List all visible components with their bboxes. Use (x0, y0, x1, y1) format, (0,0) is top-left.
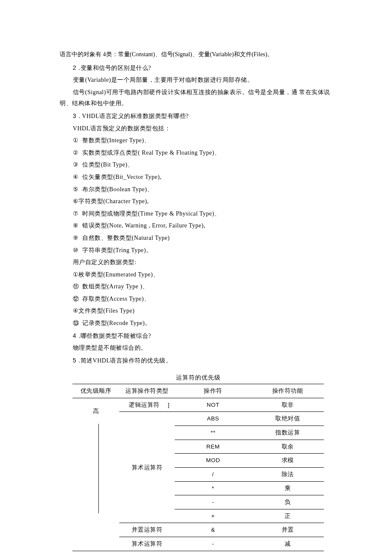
q3-question: 3 . VHDL语言定义的标准数据类型有哪些? (60, 110, 337, 122)
q3-item-7: ⑦时间类型或物理类型(Time Type & Physical Type)、 (60, 208, 337, 220)
q3-userdef-4: ④文件类型(Files Type) (60, 305, 337, 317)
q3-item-1: ①整数类型(Integer Type)、 (60, 135, 337, 147)
q3-item-6-num: ⑥ (73, 196, 79, 207)
q3-userdef-1: ①枚举类型(Enumerated Type)、 (60, 269, 337, 281)
table-title: 运算符的优先级 (60, 372, 337, 384)
fn-cell: 正 (251, 509, 324, 523)
q2-answer-1: 变量(Variable)是一个局部量，主要用于对临时数据进行局部存储。 (60, 75, 337, 86)
q3-item-2-num: ② (73, 147, 82, 159)
kind-cell: 算术运算符 (119, 412, 175, 523)
q3-userdef-4-num: ④ (73, 305, 79, 317)
q3-item-10: ⑩字符串类型(Tring Type)。 (60, 245, 337, 256)
op-cell: - (175, 495, 251, 509)
q3-item-1-num: ① (73, 135, 82, 147)
op-cell: ** (175, 426, 251, 440)
q3-num: 3 (73, 112, 77, 119)
q3-item-10-text: 字符串类型(Tring Type)。 (82, 247, 152, 253)
table-header-row: 优先级顺序 运算操作符类型 操作符 操作符功能 (72, 384, 324, 398)
op-cell: - (175, 537, 251, 551)
q3-userdef-3-text: 存取类型(Access Type)、 (82, 296, 150, 302)
q3-text: . VHDL语言定义的标准数据类型有哪些? (77, 113, 189, 119)
q3-item-3-num: ③ (73, 159, 82, 171)
q2-num: 2 (73, 64, 77, 71)
kind-cell: 并置运算符 (119, 523, 175, 537)
q3-userdef-1-num: ① (73, 269, 79, 281)
q3-item-4-num: ④ (73, 172, 82, 183)
q5-question: 5 .简述VHDL语言操作符的优先级。 (60, 355, 337, 367)
q3-item-6-text: 字符类型(Character Type), (78, 198, 149, 204)
fn-cell: 除法 (251, 467, 324, 481)
fn-cell: 并置 (251, 523, 324, 537)
q3-userdef-1-text: 枚举类型(Enumerated Type)、 (78, 271, 159, 278)
th-priority: 优先级顺序 (72, 384, 119, 398)
q2-question: 2 .变量和信号的区别是什么? (60, 62, 337, 74)
q3-item-1-text: 整数类型(Integer Type)、 (82, 137, 150, 144)
fn-cell: 取余 (251, 440, 324, 454)
kind-cell: 算术运算符 (119, 537, 175, 551)
fn-cell: 指数运算 (251, 426, 324, 440)
q3-item-9-num: ⑨ (73, 233, 82, 244)
bracket-icon: ] (168, 400, 172, 411)
q3-userdef-2-num: ⑪ (73, 281, 82, 293)
operator-precedence-table: 优先级顺序 运算操作符类型 操作符 操作符功能 高 逻辑运算符] NOT 取非 … (72, 384, 324, 551)
q3-item-3: ③位类型(Bit Type)、 (60, 159, 337, 171)
q3-userdef-3: ⑫存取类型(Access Type)、 (60, 293, 337, 305)
op-cell: MOD (175, 454, 251, 468)
q3-userdef-5: ⑬记录类型(Recode Type)。 (60, 318, 337, 329)
fn-cell: 减 (251, 537, 324, 551)
q3-item-4: ④位矢量类型(Bit_Vector Type), (60, 172, 337, 183)
op-cell: REM (175, 440, 251, 454)
q3-userdef-3-num: ⑫ (73, 293, 82, 305)
q2-answer-2: 信号(Signal)可用于电路内部硬件设计实体相互连接的抽象表示。信号是全局量，… (60, 87, 337, 109)
fn-cell: 负 (251, 495, 324, 509)
q3-userdef-2-text: 数组类型(Array Type )、 (82, 283, 149, 290)
q4-question: 4 .哪些数据类型不能被综合? (60, 330, 337, 342)
th-fn: 操作符功能 (251, 384, 324, 398)
table-row: 高 逻辑运算符] NOT 取非 (72, 398, 324, 412)
fn-cell: 取非 (251, 398, 324, 412)
q3-item-4-text: 位矢量类型(Bit_Vector Type), (82, 174, 161, 180)
priority-order-cell: 高 (72, 398, 119, 551)
q3-item-3-text: 位类型(Bit Type)、 (82, 161, 133, 168)
th-kind: 运算操作符类型 (119, 384, 175, 398)
q4-answer: 物理类型是不能被综合的。 (60, 342, 337, 354)
op-cell: ABS (175, 412, 251, 426)
q3-item-2-text: 实数类型或浮点类型( Real Type & Floating Type)、 (82, 150, 220, 156)
q3-userdef-2: ⑪数组类型(Array Type )、 (60, 281, 337, 293)
kind-label: 逻辑运算符 (129, 402, 160, 408)
op-cell: * (175, 481, 251, 495)
op-cell: / (175, 467, 251, 481)
operator-precedence-table-wrap: 优先级顺序 运算操作符类型 操作符 操作符功能 高 逻辑运算符] NOT 取非 … (60, 384, 337, 551)
priority-high-label: 高 (72, 406, 119, 417)
q3-userdef-4-text: 文件类型(Files Type) (78, 308, 135, 314)
q3-item-6: ⑥字符类型(Character Type), (60, 196, 337, 207)
q3-item-8-text: 错误类型(Note, Warning , Error, Failure Type… (82, 222, 205, 229)
q4-text: .哪些数据类型不能被综合? (77, 333, 151, 339)
op-cell: + (175, 509, 251, 523)
op-cell: NOT (175, 398, 251, 412)
kind-cell: 逻辑运算符] (119, 398, 175, 412)
q3-item-9: ⑨自然数、整数类型(Natural Type) (60, 233, 337, 244)
q3-item-5-num: ⑤ (73, 184, 82, 196)
q5-text: .简述VHDL语言操作符的优先级。 (77, 357, 172, 364)
th-op: 操作符 (175, 384, 251, 398)
q3-item-5: ⑤布尔类型(Boolean Type)、 (60, 184, 337, 196)
q3-userdef-5-text: 记录类型(Recode Type)。 (82, 320, 151, 326)
q2-answer-2-wrap: 信号(Signal)可用于电路内部硬件设计实体相互连接的抽象表示。信号是全局量，… (60, 87, 337, 109)
q3-item-10-num: ⑩ (73, 245, 82, 256)
q3-item-8: ⑧错误类型(Note, Warning , Error, Failure Typ… (60, 220, 337, 232)
q3-item-8-num: ⑧ (73, 220, 82, 232)
priority-arrow-line (98, 424, 99, 513)
q5-num: 5 (73, 357, 77, 364)
q2-text: .变量和信号的区别是什么? (77, 65, 151, 71)
op-cell: & (175, 523, 251, 537)
q3-userdef-5-num: ⑬ (73, 318, 82, 329)
q3-item-2: ②实数类型或浮点类型( Real Type & Floating Type)、 (60, 147, 337, 159)
intro-line: 语言中的对象有 4类：常量(Constant)、信号(Signal)、变量(Va… (60, 49, 337, 60)
q3-intro: VHDL语言预定义的数据类型包括： (60, 123, 337, 135)
fn-cell: 取绝对值 (251, 412, 324, 426)
q3-item-5-text: 布尔类型(Boolean Type)、 (82, 186, 153, 193)
q3-item-7-text: 时间类型或物理类型(Time Type & Physical Type)、 (82, 210, 220, 217)
fn-cell: 求模 (251, 454, 324, 468)
fn-cell: 乘 (251, 481, 324, 495)
